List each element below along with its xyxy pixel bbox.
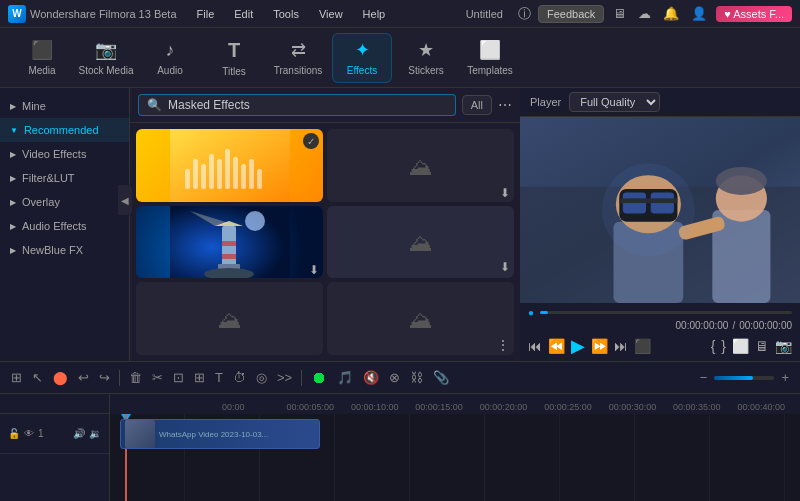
- tl-delete-icon[interactable]: 🗑: [126, 370, 145, 385]
- effect-card-warm-family[interactable]: ⛰ ⬇ Warm Family 01: [327, 206, 514, 279]
- step-back-icon[interactable]: ⏪: [548, 338, 565, 354]
- tl-colormatch-icon[interactable]: ⊗: [386, 370, 403, 385]
- skip-back-icon[interactable]: ⏮: [528, 338, 542, 354]
- left-item-video-effects[interactable]: ▶ Video Effects: [0, 142, 129, 166]
- timeline-content: 00:00 00:00:05:00 00:00:10:00 00:00:15:0…: [110, 394, 800, 501]
- tl-snap-icon[interactable]: 📎: [430, 370, 452, 385]
- tl-mic-icon[interactable]: 🎵: [334, 370, 356, 385]
- tl-expand-icon[interactable]: >>: [274, 370, 295, 385]
- toolbar-effects[interactable]: ✦ Effects: [332, 33, 392, 83]
- ruler-mark-6: 00:00:30:00: [607, 402, 671, 412]
- left-item-mine[interactable]: ▶ Mine: [0, 94, 129, 118]
- svg-rect-5: [217, 159, 222, 189]
- assets-button[interactable]: ♥ Assets F...: [716, 6, 792, 22]
- camera-icon[interactable]: 📷: [775, 338, 792, 354]
- lighthouse-svg: [170, 206, 290, 279]
- effect-card-audio-visualizer[interactable]: ✓ Audio Visualizer Glow: [136, 129, 323, 202]
- tl-pointer-icon[interactable]: ↖: [29, 370, 46, 385]
- mark-out-icon[interactable]: }: [721, 338, 726, 354]
- search-icon: 🔍: [147, 98, 162, 112]
- stickers-icon: ★: [418, 39, 434, 61]
- progress-bar[interactable]: [540, 311, 792, 314]
- search-input-wrap[interactable]: 🔍: [138, 94, 456, 116]
- tl-crop-icon[interactable]: ⊡: [170, 370, 187, 385]
- svg-rect-9: [249, 159, 254, 189]
- toolbar-stickers[interactable]: ★ Stickers: [396, 33, 456, 83]
- left-item-filter-lut[interactable]: ▶ Filter&LUT: [0, 166, 129, 190]
- tl-effects-icon[interactable]: ◎: [253, 370, 270, 385]
- menu-tools[interactable]: Tools: [265, 6, 307, 22]
- stop-icon[interactable]: ⬛: [634, 338, 651, 354]
- warm-family-download: ⬇: [500, 260, 510, 274]
- video-clip[interactable]: WhatsApp Video 2023-10-03...: [120, 419, 320, 449]
- menu-help[interactable]: Help: [355, 6, 394, 22]
- toolbar-audio[interactable]: ♪ Audio: [140, 33, 200, 83]
- tl-mute-icon[interactable]: 🔇: [360, 370, 382, 385]
- timeline-toolbar: ⊞ ↖ ⬤ ↩ ↪ 🗑 ✂ ⊡ ⊞ T ⏱ ◎ >> ⏺ 🎵 🔇 ⊗ ⛓ 📎 −…: [0, 362, 800, 394]
- left-item-recommended[interactable]: ▼ Recommended: [0, 118, 129, 142]
- menu-view[interactable]: View: [311, 6, 351, 22]
- tl-redo-icon[interactable]: ↪: [96, 370, 113, 385]
- more-icon[interactable]: ⋯: [498, 97, 512, 113]
- tl-text-icon[interactable]: T: [212, 370, 226, 385]
- warm-family-thumb: ⛰ ⬇: [327, 206, 514, 279]
- toolbar-media[interactable]: ⬛ Media: [12, 33, 72, 83]
- tl-undo-icon[interactable]: ↩: [75, 370, 92, 385]
- toolbar-transitions[interactable]: ⇄ Transitions: [268, 33, 328, 83]
- toolbar-titles[interactable]: T Titles: [204, 33, 264, 83]
- ruler-mark-4: 00:00:20:00: [478, 402, 542, 412]
- play-icon[interactable]: ▶: [571, 335, 585, 357]
- stickers-label: Stickers: [408, 65, 444, 76]
- effect-card-light-effect[interactable]: ⛰ ⬇ Light Effect 18: [327, 129, 514, 202]
- menu-edit[interactable]: Edit: [226, 6, 261, 22]
- effects-icon: ✦: [355, 39, 370, 61]
- toolbar-stock-media[interactable]: 📷 Stock Media: [76, 33, 136, 83]
- panel-collapse-btn[interactable]: ◀: [118, 185, 132, 215]
- track-eye-icon[interactable]: 👁: [24, 428, 34, 439]
- titles-icon: T: [228, 39, 240, 62]
- tl-cut-icon[interactable]: ✂: [149, 370, 166, 385]
- tl-zoom-bar[interactable]: [714, 376, 774, 380]
- tl-link-icon[interactable]: ⛓: [407, 370, 426, 385]
- logo-icon: W: [8, 5, 26, 23]
- tl-time-icon[interactable]: ⏱: [230, 370, 249, 385]
- timeline-body: 🔓 👁 1 🔊 🔉 00:00 00:00:05:00 00:00:10:00 …: [0, 394, 800, 501]
- recommended-arrow: ▼: [10, 126, 18, 135]
- player-header: Player Full Quality Half Quality: [520, 88, 800, 117]
- left-item-overlay[interactable]: ▶ Overlay: [0, 190, 129, 214]
- search-bar: 🔍 All ⋯: [130, 88, 520, 123]
- effect-card-image-mask[interactable]: ⬇ Image Mask: [136, 206, 323, 279]
- track-speaker-icon[interactable]: 🔉: [89, 428, 101, 439]
- menu-file[interactable]: File: [189, 6, 223, 22]
- svg-rect-1: [185, 169, 190, 189]
- tl-record-icon[interactable]: ⏺: [308, 369, 330, 387]
- tl-select-icon[interactable]: ⊞: [8, 370, 25, 385]
- effect-card-6[interactable]: ⛰ ⋮: [327, 282, 514, 355]
- mark-in-icon[interactable]: {: [711, 338, 716, 354]
- quality-select[interactable]: Full Quality Half Quality: [569, 92, 660, 112]
- filter-label: Filter&LUT: [22, 172, 75, 184]
- collapse-icon: ◀: [121, 195, 129, 206]
- card6-dots-icon[interactable]: ⋮: [496, 337, 510, 353]
- search-input[interactable]: [168, 98, 447, 112]
- effect-card-5[interactable]: ⛰: [136, 282, 323, 355]
- app-name: Wondershare Filmora 13 Beta: [30, 8, 177, 20]
- left-item-newblue[interactable]: ▶ NewBlue FX: [0, 238, 129, 262]
- vr-scene-svg: [520, 117, 800, 303]
- step-forward-icon[interactable]: ⏩: [591, 338, 608, 354]
- tl-transform-icon[interactable]: ⊞: [191, 370, 208, 385]
- toolbar-templates[interactable]: ⬜ Templates: [460, 33, 520, 83]
- skip-forward-icon[interactable]: ⏭: [614, 338, 628, 354]
- filter-button[interactable]: All: [462, 95, 492, 115]
- tl-zoom-out-icon[interactable]: −: [697, 370, 711, 385]
- extract-icon[interactable]: ⬜: [732, 338, 749, 354]
- left-item-audio-effects[interactable]: ▶ Audio Effects: [0, 214, 129, 238]
- player-label: Player: [530, 96, 561, 108]
- ruler-mark-2: 00:00:10:00: [349, 402, 413, 412]
- tl-ripple-icon[interactable]: ⬤: [50, 370, 71, 385]
- card6-placeholder: ⛰: [409, 306, 433, 334]
- feedback-button[interactable]: Feedback: [538, 5, 604, 23]
- overlay-label: Overlay: [22, 196, 60, 208]
- monitor-icon[interactable]: 🖥: [755, 338, 769, 354]
- tl-zoom-in-icon[interactable]: +: [778, 370, 792, 385]
